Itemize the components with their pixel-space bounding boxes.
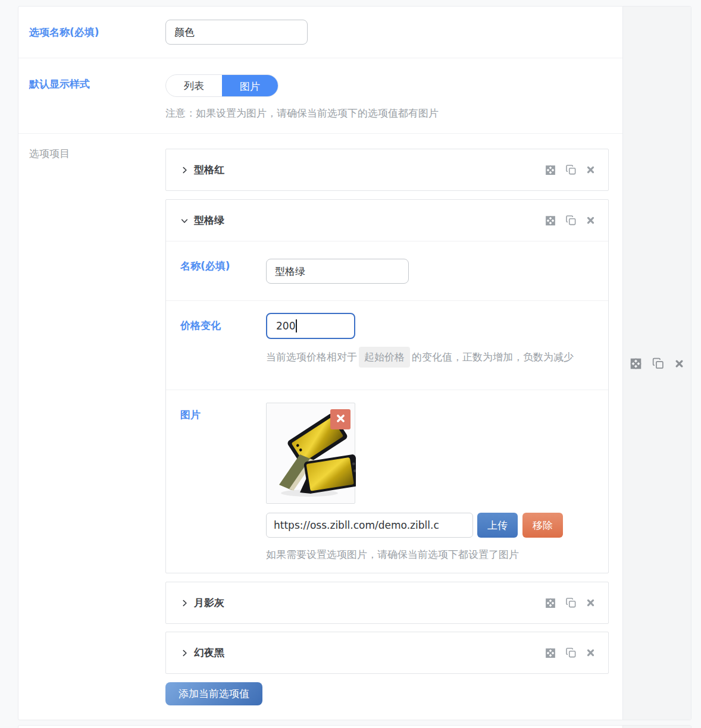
- item-title: 型格绿: [194, 214, 224, 227]
- move-icon[interactable]: [545, 215, 556, 226]
- image-url-input[interactable]: [266, 513, 473, 538]
- item-price-row: 价格变化 200 当前选项价格相对于起始价格的变化值，正数为增加，负数为减少: [166, 300, 608, 390]
- close-icon[interactable]: [586, 648, 595, 657]
- copy-icon[interactable]: [652, 357, 665, 370]
- item-image-label: 图片: [166, 390, 266, 573]
- option-item-card: 月影灰: [165, 582, 609, 624]
- close-x-icon: [336, 413, 346, 425]
- delete-image-button[interactable]: [330, 409, 350, 429]
- move-icon[interactable]: [545, 165, 556, 175]
- item-name-row: 名称(必填): [166, 241, 608, 300]
- toggle-option-list[interactable]: 列表: [166, 75, 222, 97]
- close-icon[interactable]: [586, 598, 595, 607]
- chevron-right-icon: [180, 166, 189, 174]
- item-title: 型格红: [194, 163, 224, 177]
- option-group-main: 选项名称(必填) 默认显示样式 列表 图片 注意：如果设置为图片，请确保当前选项…: [18, 7, 622, 720]
- move-icon[interactable]: [630, 357, 642, 369]
- option-group-row: 选项名称(必填) 默认显示样式 列表 图片 注意：如果设置为图片，请确保当前选项…: [18, 6, 691, 720]
- item-image-preview: [266, 403, 355, 504]
- move-icon[interactable]: [545, 598, 556, 608]
- option-item-card: 幻夜黑: [165, 632, 609, 674]
- chevron-right-icon: [180, 649, 189, 657]
- option-item-card-expanded: 型格绿: [165, 199, 609, 573]
- display-style-label: 默认显示样式: [18, 58, 165, 133]
- move-icon[interactable]: [545, 648, 556, 658]
- upload-button[interactable]: 上传: [477, 513, 518, 538]
- item-title: 月影灰: [194, 596, 224, 610]
- copy-icon[interactable]: [565, 647, 577, 658]
- copy-icon[interactable]: [565, 164, 577, 175]
- toggle-option-image[interactable]: 图片: [222, 75, 278, 97]
- remove-button[interactable]: 移除: [522, 513, 563, 538]
- display-style-toggle: 列表 图片: [165, 74, 278, 97]
- display-style-note: 注意：如果设置为图片，请确保当前选项下的选项值都有图片: [165, 106, 622, 120]
- item-price-value: 200: [276, 320, 295, 332]
- item-name-label: 名称(必填): [166, 241, 266, 300]
- item-header[interactable]: 月影灰: [166, 582, 608, 623]
- item-header[interactable]: 型格绿: [166, 200, 608, 241]
- item-price-label: 价格变化: [166, 301, 266, 390]
- close-icon[interactable]: [586, 165, 595, 174]
- option-name-row: 选项名称(必填): [18, 7, 622, 58]
- text-caret: [296, 319, 297, 332]
- chevron-right-icon: [180, 599, 189, 607]
- item-name-input[interactable]: [266, 259, 409, 284]
- option-items-label: 选项项目: [18, 134, 165, 705]
- close-icon[interactable]: [586, 216, 595, 225]
- item-header[interactable]: 幻夜黑: [166, 632, 608, 673]
- chevron-down-icon: [180, 216, 189, 225]
- item-title: 幻夜黑: [194, 646, 224, 660]
- copy-icon[interactable]: [565, 215, 577, 226]
- item-image-row: 图片: [166, 390, 608, 573]
- option-name-input[interactable]: [165, 20, 308, 45]
- item-price-input[interactable]: 200: [266, 313, 355, 339]
- copy-icon[interactable]: [565, 597, 577, 608]
- option-items-row: 选项项目 型格红: [18, 134, 622, 720]
- item-image-help: 如果需要设置选项图片，请确保当前选项下都设置了图片: [266, 548, 597, 561]
- add-option-value-button[interactable]: 添加当前选项值: [165, 682, 262, 705]
- item-price-help: 当前选项价格相对于起始价格的变化值，正数为增加，负数为减少: [266, 347, 590, 368]
- option-group-controls-column: [622, 7, 691, 720]
- display-style-row: 默认显示样式 列表 图片 注意：如果设置为图片，请确保当前选项下的选项值都有图片: [18, 58, 622, 134]
- item-header[interactable]: 型格红: [166, 149, 608, 190]
- close-icon[interactable]: [675, 359, 684, 368]
- option-item-card: 型格红: [165, 149, 609, 191]
- next-option-group-row: [18, 725, 691, 728]
- start-price-tag: 起始价格: [359, 347, 410, 368]
- option-name-label: 选项名称(必填): [18, 26, 165, 39]
